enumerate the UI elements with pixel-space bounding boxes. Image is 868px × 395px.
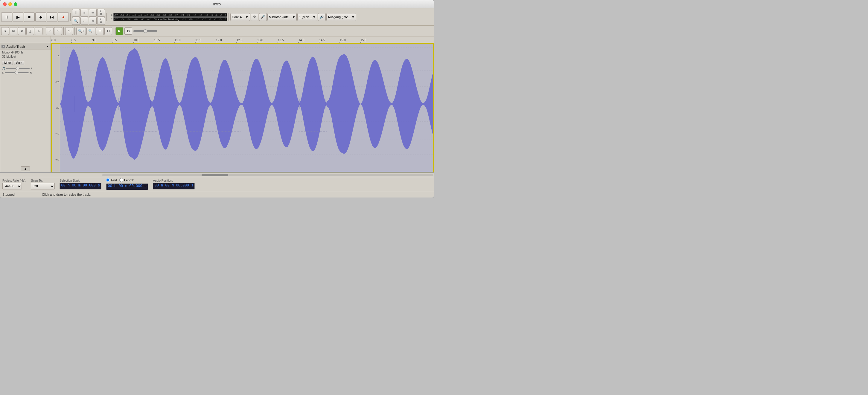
timeline-ruler: 8.0 8.5 9.0 9.5 10.0 10.5 11.0 11.5 — [51, 36, 434, 43]
vu-meter-L: -57 -54 -51 -48 -45 -42 -39 -36 -33 -30 … — [113, 13, 227, 17]
track-format: Mono, 44100Hz — [2, 51, 49, 55]
svg-text:8.5: 8.5 — [71, 38, 76, 42]
bottom-toolbar: Project Rate (Hz): 44100 48000 96000 Sna… — [0, 177, 434, 191]
end-length-input[interactable]: 00 h 00 m 00.000 s — [106, 184, 148, 190]
edit-btn-2[interactable]: ⧉ — [9, 27, 17, 35]
envelope-tool[interactable]: ≈ — [81, 9, 88, 17]
gain-slider[interactable] — [6, 68, 30, 69]
project-rate-field: Project Rate (Hz): 44100 48000 96000 — [2, 179, 26, 190]
close-track-btn[interactable]: ✕ — [1, 45, 5, 48]
zoom-out-btn[interactable]: 🔍- — [87, 27, 95, 35]
timer-btn[interactable]: ⏱ — [65, 27, 73, 35]
core-audio-dropdown-icon: ▼ — [245, 15, 249, 19]
cursor-tool[interactable]: I — [72, 9, 80, 17]
divider-5 — [63, 27, 64, 35]
horizontal-scrollbar — [0, 173, 434, 177]
edit-btn-5[interactable]: ⌾ — [35, 27, 42, 35]
db-0: 0 — [52, 55, 59, 58]
redo-btn[interactable]: ↪ — [54, 27, 62, 35]
track-header: ✕ Audio Track ▼ Mono, 44100Hz 32-bit flo… — [0, 43, 51, 173]
db-20: -20 — [52, 81, 59, 84]
length-radio-option[interactable]: Length — [119, 178, 134, 182]
playback-bar: ▶ 1x — [116, 27, 157, 35]
edit-btn-3[interactable]: ⧉ — [18, 27, 26, 35]
selection-start-input[interactable]: 00 h 00 m 00.000 s — [60, 183, 101, 190]
time-tools: ⏱ — [65, 27, 73, 35]
end-radio-option[interactable]: End — [106, 178, 117, 182]
mute-button[interactable]: Mute — [2, 61, 13, 65]
zoom-sel-btn[interactable]: ⊡ — [104, 27, 112, 35]
svg-text:11.5: 11.5 — [195, 38, 201, 42]
svg-text:9.5: 9.5 — [113, 38, 117, 42]
multi-tool[interactable]: ✳ — [89, 17, 97, 25]
play-bar-btn[interactable]: ▶ — [116, 27, 123, 35]
zoom-tool[interactable]: 🔍 — [72, 17, 80, 25]
minimize-button[interactable] — [8, 2, 12, 6]
timeshift-tool[interactable]: ↔ — [81, 17, 88, 25]
transport-controls: ⏸ ▶ ■ ⏮ ⏭ ● — [1, 12, 69, 22]
zoom-fit-btn[interactable]: ⊞ — [96, 27, 104, 35]
skip-forward-button[interactable]: ⏭ — [46, 12, 57, 22]
edit-btn-1[interactable]: ⌅ — [1, 27, 9, 35]
divider-4 — [44, 27, 44, 35]
input-monitor[interactable]: LR — [97, 9, 105, 17]
microphone-selector[interactable]: Mikrofon (inte... ▼ — [268, 13, 297, 21]
microphone-icon-btn[interactable]: 🎤 — [259, 13, 267, 21]
track-mute-solo: Mute Solo — [0, 60, 51, 66]
R-label: R — [30, 71, 32, 74]
status-right: Click and drag to resize the track. — [42, 193, 91, 196]
edit-btn-4[interactable]: ⌶ — [26, 27, 34, 35]
svg-text:15.5: 15.5 — [361, 38, 366, 42]
svg-text:8.0: 8.0 — [52, 38, 56, 42]
length-radio[interactable] — [119, 178, 123, 182]
play-button[interactable]: ▶ — [12, 12, 23, 22]
selection-start-label: Selection Start: — [60, 179, 101, 182]
db-axis: 0 -20 -30 -40 -60 — [51, 43, 60, 172]
output-selector[interactable]: Ausgang (inte... ▼ — [326, 13, 356, 21]
svg-text:10.0: 10.0 — [133, 38, 140, 42]
draw-tool[interactable]: ✏ — [89, 9, 97, 17]
record-button[interactable]: ● — [58, 12, 69, 22]
svg-text:13.0: 13.0 — [257, 38, 263, 42]
ruler-svg: 8.0 8.5 9.0 9.5 10.0 10.5 11.0 11.5 — [51, 36, 434, 43]
zoom-tools: 🔍+ 🔍- ⊞ ⊡ — [76, 27, 112, 35]
stop-button[interactable]: ■ — [24, 12, 35, 22]
track-bit-depth: 32-bit float — [2, 55, 49, 59]
selection-start-field: Selection Start: 00 h 00 m 00.000 s — [60, 179, 101, 190]
audio-settings-btn[interactable]: ⚙ — [251, 13, 258, 21]
toolbar-row-2: ⌅ ⧉ ⧉ ⌶ ⌾ ↩ ↪ ⏱ 🔍+ 🔍- ⊞ ⊡ — [0, 25, 434, 36]
track-info: Mono, 44100Hz 32-bit float — [0, 50, 51, 60]
skip-back-button[interactable]: ⏮ — [35, 12, 46, 22]
svg-text:14.0: 14.0 — [299, 38, 305, 42]
end-length-field: End Length 00 h 00 m 00.000 s — [106, 178, 148, 190]
gain-value: + — [31, 67, 32, 70]
playback-slider[interactable] — [133, 30, 157, 32]
channel-selector[interactable]: 1 (Mon... ▼ — [297, 13, 317, 21]
output-volume-icon[interactable]: 🔊 — [318, 13, 326, 21]
maximize-button[interactable] — [14, 2, 17, 6]
edit-tools: ⌅ ⧉ ⧉ ⌶ ⌾ — [1, 27, 42, 35]
core-audio-selector[interactable]: Core A... ▼ — [230, 13, 250, 21]
track-dropdown-btn[interactable]: ▼ — [46, 45, 49, 48]
project-rate-select[interactable]: 44100 48000 96000 — [2, 183, 22, 190]
core-audio-label: Core A... — [232, 15, 245, 19]
solo-button[interactable]: Solo — [14, 61, 24, 65]
zoom-in-btn[interactable]: 🔍+ — [76, 27, 86, 35]
scrollbar-track[interactable] — [102, 174, 433, 176]
divider-3 — [228, 13, 229, 21]
collapse-area: ▲ — [21, 166, 30, 171]
track-content[interactable]: 0 -20 -30 -40 -60 — [51, 43, 434, 173]
pan-slider[interactable] — [5, 72, 29, 73]
end-radio[interactable] — [106, 178, 110, 182]
waveform-svg — [60, 43, 434, 172]
undo-btn[interactable]: ↩ — [46, 27, 54, 35]
collapse-btn[interactable]: ▲ — [21, 166, 30, 171]
output-monitor[interactable]: LR — [97, 17, 105, 25]
snap-to-select[interactable]: Off Bar Beat — [31, 183, 55, 190]
close-button[interactable] — [3, 2, 7, 6]
scrollbar-thumb[interactable] — [202, 174, 228, 176]
audio-position-input[interactable]: 00 h 00 m 00.000 s — [153, 183, 195, 190]
status-left: Stopped. — [2, 193, 16, 196]
pause-button[interactable]: ⏸ — [1, 12, 12, 22]
gain-controls: 🎵 + L R — [0, 66, 51, 75]
